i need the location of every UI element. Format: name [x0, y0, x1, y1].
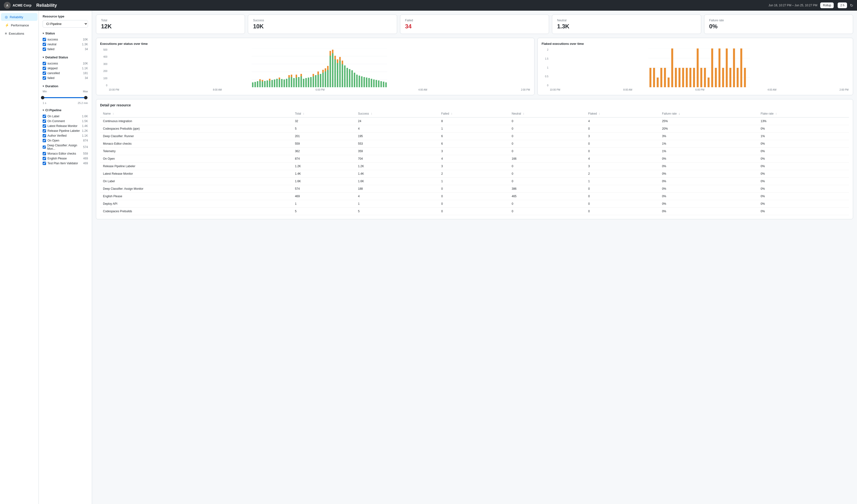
status-neutral-label: neutral — [48, 43, 56, 46]
table-row[interactable]: English Please 469 4 0 465 0 0% 0% — [100, 192, 849, 200]
sidebar-item-performance[interactable]: ⚡ Performance — [1, 21, 37, 29]
table-row[interactable]: On Label 1.6K 1.6K 1 0 1 0% 0% — [100, 178, 849, 185]
status-neutral-count: 1.3K — [82, 43, 88, 46]
cell-flake-rate: 0% — [758, 155, 849, 163]
col-failed[interactable]: Failed ↕ — [438, 110, 509, 118]
ci-english-please: English Please 469 — [43, 156, 88, 161]
col-flaked[interactable]: Flaked ↕ — [585, 110, 659, 118]
col-neutral[interactable]: Neutral ↕ — [509, 110, 585, 118]
slider-thumb-right[interactable] — [84, 96, 87, 99]
stat-failed-label: Failed — [405, 19, 544, 22]
sidebar-label-executions: Executions — [9, 32, 24, 35]
detailed-status-title[interactable]: ▾ Detailed Status — [43, 55, 88, 59]
table-row[interactable]: Monaco Editor checks 559 553 6 0 0 1% 0% — [100, 140, 849, 148]
col-failure-rate[interactable]: Failure rate ↓ — [659, 110, 758, 118]
table-row[interactable]: Codespaces Prebuilds 5 5 0 0 0 0% 0% — [100, 208, 849, 215]
col-flake-rate[interactable]: Flake rate ↕ — [758, 110, 849, 118]
svg-rect-53 — [330, 56, 331, 87]
filter-item-success: success 10K — [43, 37, 88, 42]
resource-type-section: Resource type CI Pipeline — [43, 15, 88, 28]
table-row[interactable]: Telemetry 362 359 3 0 0 1% 0% — [100, 148, 849, 155]
detail-table: Name ↕ Total ↕ Success ↕ Failed ↕ Neutra… — [100, 110, 849, 215]
ci-latest-release-cb[interactable] — [43, 124, 46, 128]
detailed-skipped-checkbox[interactable] — [43, 67, 46, 70]
table-row[interactable]: Deploy API 1 1 0 0 0 0% 0% — [100, 200, 849, 208]
slider-track — [43, 97, 88, 98]
resource-type-select[interactable]: CI Pipeline — [43, 20, 88, 28]
svg-rect-96 — [679, 68, 680, 87]
svg-rect-62 — [339, 57, 341, 61]
cell-total: 362 — [292, 148, 355, 155]
ci-deep-classifier-cb[interactable] — [43, 146, 46, 149]
col-success[interactable]: Success ↕ — [355, 110, 438, 118]
page-title: Reliability — [36, 3, 57, 8]
stat-neutral-label: Neutral — [557, 19, 696, 22]
svg-rect-60 — [337, 60, 338, 63]
slider-min-label: Min — [43, 90, 47, 93]
cell-failure-rate: 1% — [659, 140, 758, 148]
svg-rect-40 — [310, 77, 312, 87]
table-row[interactable]: Continuous integration 32 24 8 0 4 25% 1… — [100, 118, 849, 125]
rollup-button[interactable]: Rollup — [820, 2, 834, 8]
cell-neutral: 166 — [509, 155, 585, 163]
cell-success: 359 — [355, 148, 438, 155]
slider-thumb-left[interactable] — [41, 96, 44, 99]
status-success-checkbox[interactable] — [43, 38, 46, 41]
table-body: Continuous integration 32 24 8 0 4 25% 1… — [100, 118, 849, 215]
y-axis-executions: 5004003002001000 — [100, 48, 107, 91]
col-name[interactable]: Name ↕ — [100, 110, 292, 118]
executions-chart-card: Executions per status over time 50040030… — [96, 38, 535, 95]
cell-name: Deploy API — [100, 200, 292, 208]
flaked-chart-card: Flaked executions over time 21.510.50 — [537, 38, 853, 95]
ci-monaco-cb[interactable] — [43, 152, 46, 155]
table-row[interactable]: Deep Classifier: Assign Monitor 574 188 … — [100, 185, 849, 192]
svg-rect-59 — [337, 63, 338, 87]
cell-neutral: 465 — [509, 192, 585, 200]
status-neutral-checkbox[interactable] — [43, 43, 46, 46]
ci-english-please-cb[interactable] — [43, 157, 46, 160]
stat-failed-value: 34 — [405, 23, 544, 30]
svg-rect-31 — [293, 78, 295, 87]
detailed-success-checkbox[interactable] — [43, 62, 46, 65]
cell-flake-rate: 1% — [758, 133, 849, 140]
detailed-failed: failed 34 — [43, 75, 88, 81]
sidebar-label-performance: Performance — [11, 23, 29, 27]
col-total[interactable]: Total ↕ — [292, 110, 355, 118]
status-section-title[interactable]: ▾ Status — [43, 32, 88, 35]
brand: A ACME Corp — [4, 2, 32, 9]
detailed-failed-checkbox[interactable] — [43, 76, 46, 80]
sidebar-item-executions[interactable]: ≡ Executions — [1, 30, 37, 37]
cell-flaked: 4 — [585, 155, 659, 163]
ci-on-label-cb[interactable] — [43, 115, 46, 118]
refresh-button[interactable]: ↻ — [850, 3, 853, 8]
sidebar-item-reliability[interactable]: ◎ Reliability — [1, 13, 37, 21]
detailed-cancelled-checkbox[interactable] — [43, 71, 46, 75]
ci-author-verified-cb[interactable] — [43, 134, 46, 137]
ci-monaco: Monaco Editor checks 559 — [43, 151, 88, 156]
detailed-success: success 10K — [43, 61, 88, 66]
ci-on-comment-cb[interactable] — [43, 119, 46, 123]
ci-pipeline-title[interactable]: ▾ CI Pipeline — [43, 108, 88, 112]
table-row[interactable]: On Open 874 704 4 166 4 0% 0% — [100, 155, 849, 163]
ci-test-plan-cb[interactable] — [43, 162, 46, 165]
svg-rect-22 — [279, 79, 280, 87]
svg-rect-34 — [298, 77, 300, 87]
flaked-chart-inner: 10:00 PM8:00 AM6:00 PM4:00 AM2:00 PM — [549, 48, 849, 91]
status-failed-checkbox[interactable] — [43, 48, 46, 51]
svg-rect-72 — [361, 76, 363, 87]
table-row[interactable]: Latest Release Monitor 1.4K 1.4K 2 0 2 0… — [100, 170, 849, 178]
svg-rect-42 — [313, 74, 314, 76]
table-row[interactable]: Deep Classifier: Runner 201 195 6 0 3 3%… — [100, 133, 849, 140]
cell-failure-rate: 0% — [659, 192, 758, 200]
interval-button[interactable]: 2 h — [838, 2, 847, 8]
svg-rect-98 — [686, 68, 688, 87]
ci-release-pipeline-cb[interactable] — [43, 129, 46, 133]
slider-row: Min Max — [43, 90, 88, 93]
svg-rect-101 — [697, 48, 699, 87]
svg-rect-114 — [744, 68, 746, 87]
table-row[interactable]: Release Pipeline Labeler 1.2K 1.2K 3 0 3… — [100, 163, 849, 170]
table-row[interactable]: Codespaces Prebuilds (ppe) 5 4 1 0 0 20%… — [100, 125, 849, 133]
ci-on-open-cb[interactable] — [43, 139, 46, 142]
svg-rect-27 — [288, 78, 290, 87]
duration-title[interactable]: ▾ Duration — [43, 84, 88, 88]
